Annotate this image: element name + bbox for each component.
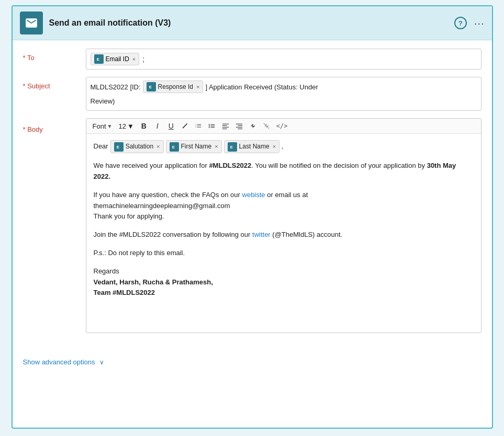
- dear-line: Dear E Salutation × E First: [94, 140, 474, 153]
- para2-thanks: Thank you for applying.: [94, 212, 164, 220]
- show-advanced-label: Show advanced options: [23, 358, 95, 366]
- excel-icon-fn: E: [170, 142, 179, 152]
- svg-point-4: [208, 124, 209, 125]
- italic-button[interactable]: I: [152, 121, 163, 131]
- svg-text:E: E: [116, 145, 119, 150]
- response-id-tag[interactable]: E Response Id ×: [143, 81, 204, 93]
- lastname-tag[interactable]: E Last Name ×: [224, 140, 279, 153]
- svg-rect-7: [210, 124, 215, 125]
- dear-text: Dear: [94, 141, 108, 152]
- svg-rect-12: [222, 127, 229, 128]
- svg-rect-11: [222, 125, 227, 126]
- align-left-button[interactable]: [220, 121, 231, 131]
- para-1: We have received your application for #M…: [94, 160, 474, 182]
- body-editor[interactable]: Font ▼ 12 ▼ B I U: [86, 118, 481, 333]
- unordered-list-button[interactable]: [206, 121, 218, 131]
- unlink-button[interactable]: [261, 121, 272, 131]
- salutation-tag[interactable]: E Salutation ×: [110, 140, 164, 153]
- para3-end: (@TheMldLS) account.: [271, 231, 342, 238]
- font-selector[interactable]: Font ▼: [91, 121, 115, 131]
- excel-icon-sal: E: [114, 142, 124, 152]
- body-toolbar: Font ▼ 12 ▼ B I U: [86, 119, 481, 134]
- header-actions: ? ···: [454, 17, 485, 29]
- to-field[interactable]: E Email ID × ;: [86, 49, 481, 70]
- ordered-list-button[interactable]: [193, 121, 204, 131]
- para2-mid: or email us at: [265, 191, 308, 199]
- salutation-label: Salutation: [126, 142, 153, 152]
- help-button[interactable]: ?: [454, 17, 467, 29]
- font-label: Font: [93, 122, 106, 130]
- excel-icon-ln: E: [228, 142, 237, 152]
- email-id-close[interactable]: ×: [132, 56, 136, 62]
- card-header: Send an email notification (V3) ? ···: [13, 6, 492, 40]
- svg-rect-10: [222, 124, 229, 124]
- font-size-label: 12: [118, 122, 126, 130]
- response-id-label: Response Id: [158, 83, 193, 90]
- email-id-tag[interactable]: E Email ID ×: [91, 53, 140, 65]
- para1-bold: #MLDLS2022: [209, 162, 251, 169]
- semicolon: ;: [141, 55, 144, 63]
- align-right-button[interactable]: [233, 121, 245, 131]
- body-row: * Body Font ▼ 12 ▼ B I U: [23, 118, 481, 333]
- card-title: Send an email notification (V3): [49, 18, 448, 28]
- lastname-label: Last Name: [239, 142, 270, 152]
- sig-team: Team #MLDLS2022: [94, 288, 474, 299]
- firstname-close[interactable]: ×: [215, 142, 218, 152]
- twitter-link[interactable]: twitter: [252, 231, 271, 238]
- salutation-close[interactable]: ×: [156, 142, 160, 152]
- svg-text:E: E: [230, 145, 232, 150]
- svg-text:E: E: [172, 145, 174, 150]
- lastname-close[interactable]: ×: [273, 142, 276, 152]
- para1-mid: . You will be notified on the decision o…: [251, 162, 427, 169]
- para-2: If you have any question, check the FAQs…: [94, 190, 474, 222]
- svg-point-5: [208, 125, 209, 127]
- svg-rect-9: [210, 127, 215, 128]
- editor-content[interactable]: Dear E Salutation × E First: [86, 134, 481, 332]
- svg-rect-14: [236, 124, 242, 124]
- para-3: Join the #MLDLS2022 conversation by foll…: [94, 230, 474, 240]
- svg-rect-13: [222, 129, 227, 129]
- svg-rect-16: [236, 127, 242, 128]
- excel-icon-2: E: [147, 82, 156, 91]
- subject-field[interactable]: MLDLS2022 [ID: E Response Id × ] Applica…: [86, 77, 481, 111]
- body-label: * Body: [23, 118, 86, 133]
- font-size-selector[interactable]: 12 ▼: [116, 121, 136, 131]
- para2-email: themachinelearningdeeplearning@gmail.com: [94, 202, 230, 210]
- para-4: P.s.: Do not reply to this email.: [94, 248, 474, 259]
- link-button[interactable]: [247, 121, 259, 131]
- sig-bold: Vedant, Harsh, Rucha & Prathamesh,: [94, 277, 474, 288]
- para3-start: Join the #MLDLS2022 conversation by foll…: [94, 231, 253, 238]
- firstname-label: First Name: [181, 142, 212, 152]
- firstname-tag[interactable]: E First Name ×: [166, 140, 222, 153]
- signature: Regards Vedant, Harsh, Rucha & Prathames…: [94, 266, 474, 299]
- pen-button[interactable]: [179, 121, 191, 131]
- para2-start: If you have any question, check the FAQs…: [94, 191, 242, 199]
- subject-label: * Subject: [23, 77, 86, 90]
- svg-rect-15: [238, 125, 242, 126]
- para1-start: We have received your application for: [94, 162, 209, 169]
- subject-suffix: ] Application Received (Status: Under: [205, 83, 318, 91]
- more-button[interactable]: ···: [474, 17, 485, 29]
- chevron-down-icon: ∨: [99, 359, 104, 366]
- svg-point-6: [208, 127, 209, 128]
- subject-text: MLDLS2022 [ID: E Response Id × ] Applica…: [91, 81, 477, 93]
- svg-rect-17: [238, 129, 242, 129]
- svg-text:E: E: [149, 85, 151, 89]
- email-icon: [20, 12, 43, 35]
- comma-text: ,: [282, 141, 284, 152]
- subject-row: * Subject MLDLS2022 [ID: E Response Id ×…: [23, 77, 481, 111]
- response-id-close[interactable]: ×: [196, 84, 199, 90]
- email-notification-card: Send an email notification (V3) ? ··· * …: [12, 5, 493, 429]
- size-dropdown-arrow[interactable]: ▼: [127, 122, 134, 130]
- para4-text: P.s.: Do not reply to this email.: [94, 249, 185, 257]
- subject-prefix: MLDLS2022 [ID:: [91, 83, 141, 91]
- show-advanced-button[interactable]: Show advanced options ∨: [13, 351, 492, 373]
- svg-rect-8: [210, 125, 215, 126]
- underline-button[interactable]: U: [165, 121, 177, 131]
- email-id-label: Email ID: [106, 55, 129, 63]
- code-button[interactable]: </>: [274, 121, 290, 131]
- font-dropdown-arrow[interactable]: ▼: [107, 123, 113, 129]
- card-body: * To E Email ID × ; * Subject MLDLS2022 …: [13, 40, 492, 351]
- bold-button[interactable]: B: [138, 121, 150, 131]
- website-link[interactable]: webiste: [242, 191, 265, 199]
